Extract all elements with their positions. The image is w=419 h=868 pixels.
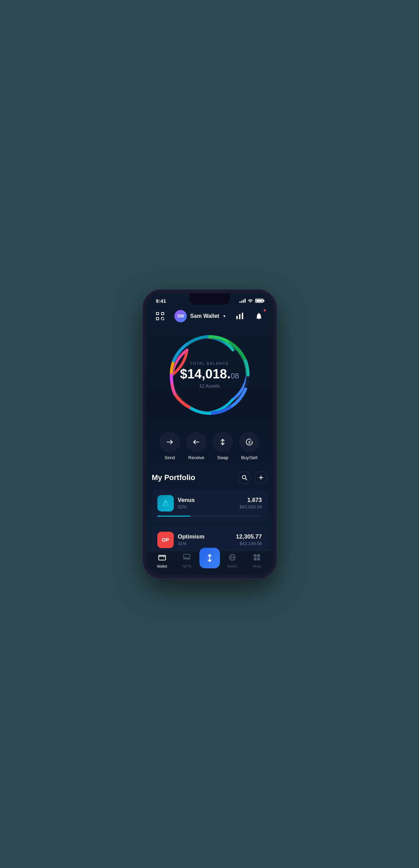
- venus-percent: 32%: [178, 504, 195, 509]
- portfolio-actions: [238, 471, 267, 484]
- battery-icon: [255, 299, 263, 303]
- receive-action[interactable]: Receive: [186, 432, 207, 460]
- more-nav-label: More: [253, 564, 261, 568]
- buysell-button[interactable]: $: [239, 432, 260, 452]
- svg-rect-32: [257, 558, 260, 560]
- bottom-navigation: Wallet NFTs: [146, 550, 273, 575]
- avatar: SW: [174, 310, 187, 322]
- wallet-icon: [158, 553, 166, 563]
- portfolio-header: My Portfolio: [152, 471, 267, 484]
- balance-assets: 12 Assets: [180, 383, 239, 389]
- portfolio-add-button[interactable]: [254, 471, 267, 484]
- svg-rect-30: [257, 554, 260, 557]
- phone-screen: 9:41: [146, 293, 273, 575]
- svg-point-18: [242, 475, 246, 479]
- receive-button[interactable]: [186, 432, 207, 452]
- top-navigation: SW Sam Wallet ▾: [146, 307, 273, 327]
- signal-icon: [239, 299, 246, 303]
- svg-rect-29: [254, 554, 257, 557]
- center-swap-button[interactable]: [199, 548, 220, 568]
- asset-card-venus[interactable]: Venus 32% 1.673 $43,003.34: [152, 490, 267, 522]
- portfolio-title: My Portfolio: [152, 473, 195, 482]
- send-action[interactable]: Send: [159, 432, 180, 460]
- web3-icon: [228, 553, 236, 563]
- optimism-amount: 12,305.77: [236, 533, 262, 540]
- venus-bar-fill: [157, 516, 191, 517]
- balance-cents: 08: [231, 372, 239, 380]
- optimism-asset-right: 12,305.77 $42,149.56: [236, 533, 262, 546]
- svg-point-22: [165, 501, 166, 503]
- optimism-asset-row: OP Optimism 31% 12,305.77 $42,149.56: [157, 532, 262, 548]
- action-buttons: Send Receive: [146, 426, 273, 468]
- phone-frame: 9:41: [143, 290, 276, 579]
- venus-logo: [157, 495, 174, 511]
- balance-section: TOTAL BALANCE $14,018.08 12 Assets: [146, 327, 273, 426]
- send-label: Send: [165, 455, 175, 460]
- buysell-action[interactable]: $ Buy/Sell: [239, 432, 260, 460]
- nav-right-actions: [233, 309, 266, 323]
- balance-label: TOTAL BALANCE: [180, 361, 239, 365]
- chevron-down-icon: ▾: [223, 314, 225, 319]
- venus-value: $43,003.34: [239, 504, 262, 509]
- notification-dot: [263, 309, 266, 312]
- wifi-icon: [248, 298, 253, 303]
- venus-amount: 1.673: [239, 497, 262, 504]
- swap-action[interactable]: Swap: [212, 432, 233, 460]
- receive-label: Receive: [188, 455, 204, 460]
- svg-rect-2: [156, 318, 159, 320]
- svg-rect-9: [242, 313, 243, 319]
- svg-rect-0: [156, 312, 159, 315]
- user-profile[interactable]: SW Sam Wallet ▾: [174, 310, 225, 322]
- svg-rect-8: [239, 314, 240, 319]
- nfts-icon: [183, 553, 191, 563]
- optimism-percent: 31%: [178, 541, 205, 546]
- venus-bar-track: [157, 516, 262, 517]
- status-icons: [239, 298, 263, 303]
- nfts-nav-label: NFTs: [182, 564, 191, 568]
- portfolio-search-button[interactable]: [238, 471, 251, 484]
- balance-main: $14,018.: [180, 367, 231, 381]
- balance-amount: $14,018.08: [180, 367, 239, 380]
- svg-rect-7: [236, 316, 238, 319]
- scan-button[interactable]: [153, 309, 167, 323]
- notification-button[interactable]: [252, 309, 266, 323]
- wallet-nav-label: Wallet: [157, 564, 167, 568]
- balance-info: TOTAL BALANCE $14,018.08 12 Assets: [180, 361, 239, 389]
- nav-item-wallet[interactable]: Wallet: [150, 553, 175, 568]
- more-icon: [253, 553, 261, 563]
- optimism-logo: OP: [157, 532, 174, 548]
- venus-name: Venus: [178, 497, 195, 504]
- optimism-value: $42,149.56: [236, 541, 262, 546]
- swap-label: Swap: [217, 455, 228, 460]
- portfolio-section: My Portfolio: [146, 468, 273, 559]
- send-button[interactable]: [159, 432, 180, 452]
- nav-item-center-swap[interactable]: [199, 553, 220, 568]
- venus-asset-left: Venus 32%: [157, 495, 195, 511]
- buysell-label: Buy/Sell: [241, 455, 258, 460]
- nav-item-nfts[interactable]: NFTs: [174, 553, 199, 568]
- notch: [189, 293, 230, 305]
- balance-circle: TOTAL BALANCE $14,018.08 12 Assets: [165, 331, 254, 419]
- optimism-name: Optimism: [178, 533, 205, 540]
- swap-button[interactable]: [212, 432, 233, 452]
- status-time: 9:41: [156, 298, 166, 304]
- web3-nav-label: Web3: [227, 564, 237, 568]
- venus-asset-row: Venus 32% 1.673 $43,003.34: [157, 495, 262, 511]
- optimism-asset-left: OP Optimism 31%: [157, 532, 205, 548]
- svg-rect-31: [254, 558, 257, 560]
- user-name: Sam Wallet: [190, 313, 219, 319]
- nav-item-web3[interactable]: Web3: [220, 553, 245, 568]
- venus-asset-right: 1.673 $43,003.34: [239, 497, 262, 509]
- svg-line-19: [245, 478, 247, 480]
- svg-rect-1: [161, 312, 164, 315]
- chart-button[interactable]: [233, 309, 247, 323]
- nav-item-more[interactable]: More: [245, 553, 270, 568]
